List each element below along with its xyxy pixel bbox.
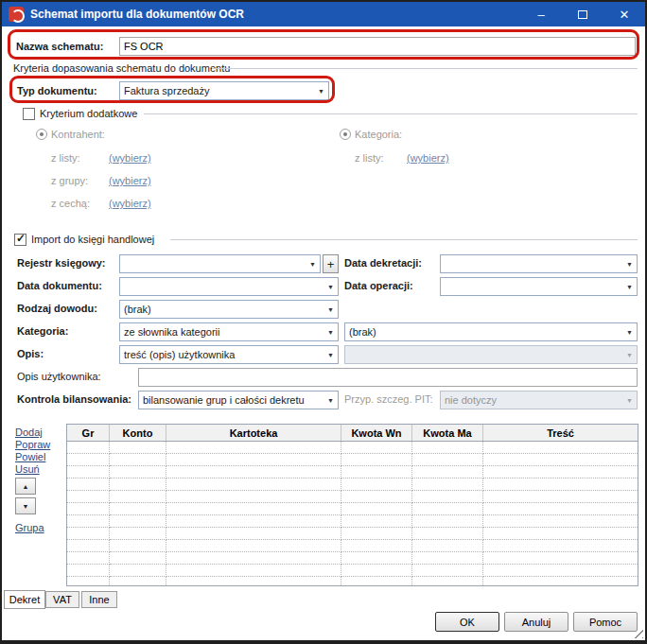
grid-empty-cell: [166, 528, 341, 540]
grid-empty-cell: [412, 565, 483, 577]
grid-empty-cell: [341, 565, 412, 577]
grid-empty-cell: [483, 515, 638, 528]
arrow-down-icon: ▼: [23, 503, 29, 510]
chevron-down-icon: ▼: [324, 329, 338, 336]
schema-name-label: Nazwa schematu:: [16, 41, 103, 53]
grid-empty-cell: [110, 565, 166, 577]
kategoria-value-select[interactable]: (brak) ▼: [344, 322, 638, 341]
maximize-button[interactable]: [562, 2, 603, 26]
doc-type-select[interactable]: Faktura sprzedaży ▼: [119, 81, 329, 100]
rejestr-select[interactable]: ▼: [119, 254, 321, 273]
dodaj-link[interactable]: Dodaj: [15, 426, 43, 439]
grid-empty-cell: [166, 540, 341, 552]
additional-criterion-checkbox[interactable]: [23, 108, 35, 120]
grid-empty-cell: [67, 528, 110, 540]
kontrahent-radio[interactable]: [36, 129, 47, 140]
grid-empty-cell: [341, 540, 412, 552]
usun-link[interactable]: Usuń: [15, 463, 40, 476]
close-button[interactable]: ✕: [603, 2, 645, 26]
data-dekretacji-select[interactable]: ▼: [440, 254, 638, 273]
chevron-down-icon: ▼: [324, 284, 338, 290]
chevron-down-icon: ▼: [324, 306, 338, 313]
powiel-link[interactable]: Powiel: [15, 451, 45, 463]
opis-uzytkownika-input[interactable]: [138, 368, 638, 387]
doc-type-value: Faktura sprzedaży: [120, 85, 314, 96]
kategoria-z-listy-wybierz-link[interactable]: (wybierz): [407, 152, 449, 165]
help-button[interactable]: Pomoc: [573, 612, 638, 632]
decree-table-header: Gr Konto Kartoteka Kwota Wn Kwota Ma Tre…: [67, 425, 638, 442]
move-up-button[interactable]: ▲: [15, 478, 36, 495]
chevron-down-icon: ▼: [324, 352, 338, 358]
kategoria-source-value: ze słownika kategorii: [120, 326, 324, 338]
kategoria-source-select[interactable]: ze słownika kategorii ▼: [119, 322, 339, 341]
column-header-tresc: Treść: [483, 425, 638, 441]
minimize-button[interactable]: –: [520, 2, 562, 26]
kontrola-label: Kontrola bilansowania:: [17, 393, 131, 406]
chevron-down-icon: ▼: [314, 88, 328, 95]
grid-empty-cell: [483, 503, 638, 515]
grid-empty-row: [67, 528, 638, 540]
move-down-button[interactable]: ▼: [15, 497, 36, 514]
grid-empty-cell: [412, 442, 483, 454]
grid-empty-row: [67, 577, 638, 585]
kontrahent-z-cecha-wybierz-link[interactable]: (wybierz): [109, 198, 151, 210]
tab-inne[interactable]: Inne: [81, 591, 117, 608]
decree-table: Gr Konto Kartoteka Kwota Wn Kwota Ma Tre…: [66, 424, 638, 586]
grid-empty-cell: [166, 577, 341, 585]
kontrahent-z-cecha-label: z cechą:: [51, 198, 90, 210]
data-dokumentu-select[interactable]: ▼: [119, 277, 339, 296]
import-checkbox[interactable]: [14, 234, 26, 246]
kategoria-radio-label: Kategoria:: [355, 129, 402, 141]
schema-name-input[interactable]: FS OCR: [119, 37, 636, 56]
chevron-down-icon: ▼: [306, 261, 320, 268]
opis-label: Opis:: [17, 348, 44, 360]
chevron-down-icon: ▼: [622, 352, 637, 358]
kontrahent-z-listy-wybierz-link[interactable]: (wybierz): [109, 152, 151, 165]
cancel-button[interactable]: Anuluj: [504, 612, 568, 632]
ok-button[interactable]: OK: [435, 612, 499, 632]
grid-body[interactable]: [67, 442, 638, 585]
opis-value-select: ▼: [344, 345, 638, 364]
window-title: Schemat importu dla dokumentów OCR: [30, 2, 244, 26]
add-register-button[interactable]: +: [323, 254, 339, 273]
grid-empty-cell: [110, 552, 166, 565]
tab-vat[interactable]: VAT: [45, 591, 79, 608]
grid-empty-cell: [412, 503, 483, 515]
grid-empty-cell: [341, 442, 412, 454]
grid-empty-row: [67, 540, 638, 552]
grid-empty-cell: [67, 565, 110, 577]
opis-source-value: treść (opis) użytkownika: [120, 349, 324, 360]
grid-empty-cell: [483, 454, 638, 466]
grid-empty-cell: [341, 479, 412, 491]
grid-empty-cell: [67, 540, 110, 552]
kategoria-z-listy-label: z listy:: [355, 152, 384, 165]
grid-empty-cell: [110, 540, 166, 552]
maximize-icon: [578, 10, 587, 19]
kategoria-radio[interactable]: [340, 129, 351, 140]
tab-dekret[interactable]: Dekret: [4, 590, 45, 609]
grid-empty-cell: [110, 491, 166, 503]
grid-empty-cell: [67, 491, 110, 503]
data-operacji-select[interactable]: ▼: [440, 277, 638, 296]
pit-label: Przyp. szczeg. PIT:: [344, 393, 433, 406]
grid-empty-cell: [166, 442, 341, 454]
rodzaj-dowodu-select[interactable]: (brak) ▼: [119, 300, 339, 319]
grid-empty-cell: [166, 515, 341, 528]
grid-empty-cell: [412, 454, 483, 466]
import-line: [170, 239, 638, 240]
grid-empty-row: [67, 466, 638, 479]
kontrola-select[interactable]: bilansowanie grup i całości dekretu ▼: [138, 391, 339, 409]
grid-empty-cell: [341, 528, 412, 540]
kontrola-value: bilansowanie grup i całości dekretu: [139, 394, 324, 406]
popraw-link[interactable]: Popraw: [15, 439, 50, 451]
grid-empty-cell: [341, 491, 412, 503]
grid-empty-cell: [483, 552, 638, 565]
additional-criterion-line: [144, 113, 638, 114]
grupa-link[interactable]: Grupa: [15, 522, 44, 534]
kontrahent-z-grupy-wybierz-link[interactable]: (wybierz): [109, 175, 151, 187]
opis-source-select[interactable]: treść (opis) użytkownika ▼: [119, 345, 339, 364]
schema-name-value: FS OCR: [124, 41, 164, 52]
doc-type-label: Typ dokumentu:: [17, 85, 97, 97]
grid-empty-cell: [412, 515, 483, 528]
grid-empty-cell: [110, 515, 166, 528]
